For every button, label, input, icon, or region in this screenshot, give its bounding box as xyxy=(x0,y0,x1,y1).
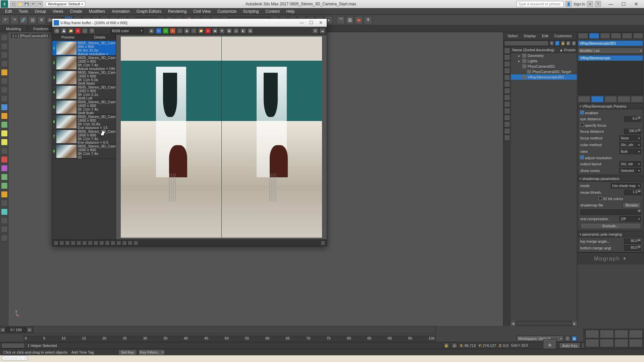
ws-icon[interactable]: ☰ xyxy=(565,336,570,341)
menu-help[interactable]: Help xyxy=(283,8,298,14)
focus-distance-spinner[interactable]: 200.0 xyxy=(624,129,641,134)
focus-method-dropdown[interactable]: None xyxy=(620,135,641,141)
specify-focus-checkbox[interactable]: specify focus xyxy=(580,123,606,127)
tab-hierarchy-icon[interactable] xyxy=(600,33,610,39)
view-dropdown[interactable]: Both xyxy=(620,149,641,154)
vfb-cc-icon[interactable] xyxy=(94,241,98,245)
menu-grapheditors[interactable]: Graph Editors xyxy=(133,8,164,14)
tool-icon[interactable] xyxy=(1,130,8,137)
vfb-stop-icon[interactable]: ● xyxy=(205,28,211,34)
vfb-cc-icon[interactable] xyxy=(122,241,127,245)
history-item[interactable]: 40605_Stereo_3D_Camera_Fin1600 x 8000h 1… xyxy=(52,85,116,100)
tool-icon[interactable] xyxy=(1,182,8,189)
viewport-label[interactable]: [ + ] [PhysCamera001 ] [ xyxy=(11,34,55,38)
history-item[interactable]: 30605_Stereo_3D_Camera_Fin1600 x 8000h 1… xyxy=(52,70,116,85)
tool-icon[interactable] xyxy=(1,139,8,145)
menu-content[interactable]: Content xyxy=(263,8,283,14)
mode-dropdown[interactable]: Use shade map xyxy=(611,183,641,188)
configure-sets-icon[interactable] xyxy=(631,96,643,103)
vfb-cc-icon[interactable] xyxy=(99,241,104,245)
open-icon[interactable]: 📁 xyxy=(17,1,23,7)
32bit-checkbox[interactable]: 32 bit colors xyxy=(598,196,623,201)
scene-tab-display[interactable]: Display xyxy=(521,33,539,39)
vfb-power-icon[interactable]: ⏻ xyxy=(54,28,60,34)
history-item[interactable]: 10605_Stereo_3D_Camera_Fin800 x 8000h 9m… xyxy=(52,41,116,56)
pin-stack-icon[interactable] xyxy=(578,96,590,103)
vfb-white-icon[interactable]: ○ xyxy=(177,28,183,34)
reuse-thresh-spinner[interactable]: 1.0 xyxy=(624,190,641,195)
scene-node[interactable]: VRayStereoscopic001 xyxy=(511,74,577,80)
tool-icon[interactable] xyxy=(1,174,8,180)
menu-create[interactable]: Create xyxy=(67,8,85,14)
tool-icon[interactable] xyxy=(1,104,8,111)
filter-container-icon[interactable] xyxy=(504,115,510,121)
vfb-info-icon[interactable]: i xyxy=(191,28,197,34)
adjust-resolution-checkbox[interactable]: adjust resolution xyxy=(580,156,612,160)
filter-group-icon[interactable] xyxy=(504,81,510,87)
vfb-cc-icon[interactable] xyxy=(65,241,70,245)
time-slider[interactable] xyxy=(34,326,435,333)
minimize-button[interactable]: — xyxy=(606,1,616,7)
tab-display-icon[interactable] xyxy=(622,33,632,39)
tool-icon[interactable] xyxy=(1,165,8,172)
scene-search-input[interactable] xyxy=(504,41,549,46)
filter-hidden-icon[interactable] xyxy=(504,101,510,107)
filter-frozen-icon[interactable] xyxy=(504,108,510,114)
filter-helper-icon[interactable] xyxy=(504,74,510,80)
tool-icon[interactable] xyxy=(1,34,8,41)
ws-icon[interactable]: ▦ xyxy=(572,336,577,341)
setkey-button[interactable]: Set Key xyxy=(118,349,137,355)
history-item[interactable]: 60605_Stereo_3D_Camera_Fin1600 x 8000h 1… xyxy=(52,115,116,129)
menu-civilview[interactable]: Civil View xyxy=(190,8,214,14)
filter-box-icon[interactable] xyxy=(504,135,510,141)
time-slider-left[interactable]: ◂ xyxy=(0,327,5,333)
menu-group[interactable]: Group xyxy=(32,8,49,14)
tool-icon[interactable] xyxy=(1,226,8,233)
eye-distance-spinner[interactable]: 6.5 xyxy=(624,116,641,122)
vfb-cc-icon[interactable] xyxy=(111,241,115,245)
vfb-gray-icon[interactable]: ◉ xyxy=(184,28,190,34)
scene-col-name[interactable]: Name (Sorted Ascending) xyxy=(512,48,554,52)
tool-icon[interactable] xyxy=(1,217,8,224)
zoom-extents-icon[interactable] xyxy=(614,330,628,338)
redo-icon[interactable]: ↷ xyxy=(37,1,43,7)
vfb-cc-icon[interactable] xyxy=(59,241,64,245)
vfb-track-mouse-icon[interactable]: ✥ xyxy=(219,28,225,34)
rollout-pano-header[interactable]: panoramic pole merging xyxy=(578,231,643,237)
exclude-button[interactable]: Exclude... xyxy=(580,223,641,229)
vfb-record-icon[interactable]: ● xyxy=(75,28,81,34)
vfb-cc-icon[interactable] xyxy=(82,241,87,245)
vfb-cc-icon[interactable] xyxy=(133,241,138,245)
modifier-item[interactable]: VRayStereoscopic xyxy=(578,55,643,61)
scene-tab-select[interactable]: Select xyxy=(505,33,521,39)
vfb-cc-icon[interactable] xyxy=(105,241,110,245)
tool-icon[interactable] xyxy=(1,78,8,84)
tool-icon[interactable] xyxy=(1,200,8,206)
vfb-red-channel-button[interactable]: R xyxy=(156,28,162,34)
history-list[interactable]: 10605_Stereo_3D_Camera_Fin800 x 8000h 9m… xyxy=(52,41,116,239)
zoom-all-icon[interactable] xyxy=(600,330,613,338)
history-item[interactable]: 70605_Stereo_3D_Camera_Fin1600 x 8000h 1… xyxy=(52,129,116,144)
tool-icon[interactable] xyxy=(1,69,8,76)
menu-animation[interactable]: Animation xyxy=(109,8,133,14)
clear-search-icon[interactable]: ✕ xyxy=(549,41,554,46)
walk-icon[interactable] xyxy=(600,339,613,347)
menu-scripting[interactable]: Scripting xyxy=(240,8,262,14)
vfb-cc-icon[interactable] xyxy=(88,241,93,245)
tool-icon[interactable] xyxy=(1,60,8,67)
script-mini-listener[interactable] xyxy=(1,343,25,348)
redo-button[interactable]: ↷ xyxy=(10,16,18,24)
history-item[interactable]: 80605_Stereo_3D_Camera_Fin1600 x 8000h 1… xyxy=(52,144,116,159)
filter-icon[interactable]: ▽ xyxy=(555,41,559,46)
vfb-minimize-button[interactable]: — xyxy=(297,20,307,25)
scene-tab-customize[interactable]: Customize xyxy=(552,33,575,39)
tool-icon[interactable] xyxy=(1,86,8,93)
tool-icon[interactable] xyxy=(1,147,8,154)
vfb-blue-channel-button[interactable]: B xyxy=(170,28,176,34)
orbit-icon[interactable] xyxy=(614,339,628,347)
rollout-stereo-header[interactable]: VRayStereoscopic Params xyxy=(578,103,643,109)
bottom-merge-spinner[interactable]: 60.0 xyxy=(624,245,641,251)
vfb-lens-icon[interactable]: ◎ xyxy=(233,28,239,34)
pan-icon[interactable] xyxy=(585,339,599,347)
maximize-button[interactable]: ☐ xyxy=(619,1,629,7)
